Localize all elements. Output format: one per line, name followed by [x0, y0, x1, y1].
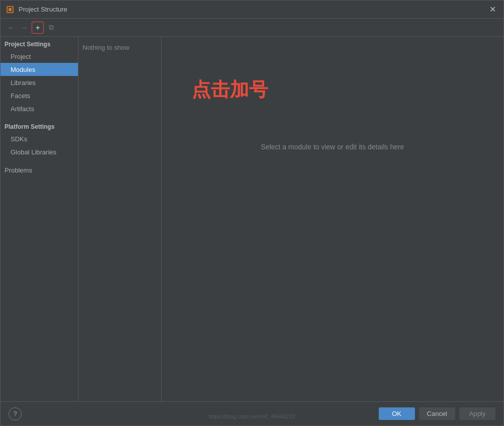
sidebar-item-project[interactable]: Project: [1, 50, 78, 63]
help-button[interactable]: ?: [9, 407, 22, 420]
copy-button[interactable]: ⧉: [46, 22, 57, 33]
title-bar: Project Structure ✕: [1, 1, 503, 19]
annotation-text: 点击加号: [192, 77, 268, 103]
bottom-bar-left: ?: [9, 407, 375, 420]
sidebar: Project Settings Project Modules Librari…: [1, 37, 78, 401]
apply-button[interactable]: Apply: [459, 407, 495, 420]
dialog-window: Project Structure ✕ ← → + ⧉ Project Sett…: [0, 0, 504, 426]
back-button[interactable]: ←: [6, 22, 17, 33]
select-module-text: Select a module to view or edit its deta…: [261, 143, 404, 151]
project-settings-label: Project Settings: [1, 37, 78, 50]
svg-rect-2: [9, 8, 12, 11]
right-panel: 点击加号 Select a module to view or edit its…: [161, 37, 503, 401]
center-panel: Nothing to show: [78, 37, 161, 401]
platform-settings-label: Platform Settings: [1, 119, 78, 132]
sidebar-item-sdks[interactable]: SDKs: [1, 132, 78, 145]
close-button[interactable]: ✕: [486, 4, 498, 16]
forward-button[interactable]: →: [19, 22, 30, 33]
nothing-to-show-text: Nothing to show: [82, 44, 157, 51]
sidebar-item-modules[interactable]: Modules: [1, 63, 78, 76]
toolbar: ← → + ⧉: [1, 19, 503, 37]
cancel-button[interactable]: Cancel: [419, 407, 455, 420]
bottom-bar: ? OK Cancel Apply: [1, 401, 503, 425]
app-icon: [6, 5, 15, 14]
sidebar-item-libraries[interactable]: Libraries: [1, 76, 78, 89]
sidebar-item-global-libraries[interactable]: Global Libraries: [1, 145, 78, 158]
sidebar-item-artifacts[interactable]: Artifacts: [1, 102, 78, 115]
sidebar-item-problems[interactable]: Problems: [1, 162, 78, 176]
title-bar-text: Project Structure: [19, 6, 486, 13]
add-button[interactable]: +: [32, 22, 44, 34]
main-content: Project Settings Project Modules Librari…: [1, 37, 503, 401]
ok-button[interactable]: OK: [379, 407, 415, 420]
sidebar-item-facets[interactable]: Facets: [1, 89, 78, 102]
